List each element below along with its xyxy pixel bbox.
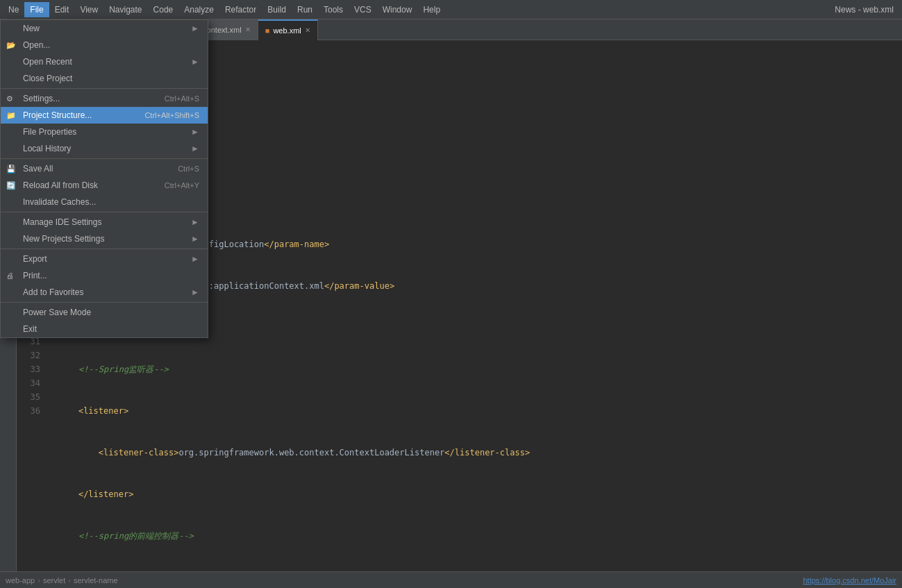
code-line-8: <!--Spring监听器--> <box>56 362 902 376</box>
code-line-12: <!--spring的前端控制器--> <box>56 529 902 543</box>
breadcrumb: web-app › servlet › servlet-name <box>6 576 118 585</box>
add-favorites-arrow-icon: ► <box>191 287 199 297</box>
run-menu-button[interactable]: Run <box>292 2 318 17</box>
vcs-menu-button[interactable]: VCS <box>349 2 377 17</box>
breadcrumb-servlet-name[interactable]: servlet-name <box>74 576 118 585</box>
code-menu-button[interactable]: Code <box>148 2 179 17</box>
menu-item-close-project[interactable]: Close Project <box>1 70 208 87</box>
menu-sep-3 <box>1 212 208 212</box>
help-menu-button[interactable]: Help <box>417 2 446 17</box>
file-dropdown-menu: New ► 📂 Open... Open Recent ► Close Proj… <box>0 19 208 338</box>
save-all-shortcut: Ctrl+S <box>178 165 199 173</box>
menu-sep-2 <box>1 158 208 159</box>
local-history-arrow-icon: ► <box>191 144 199 153</box>
print-icon: 🖨 <box>6 271 14 280</box>
menu-local-history-label: Local History <box>23 144 71 153</box>
project-structure-shortcut: Ctrl+Alt+Shift+S <box>144 111 199 119</box>
tab-web-xml-close[interactable]: ✕ <box>305 26 310 34</box>
menu-add-favorites-label: Add to Favorites <box>23 287 83 297</box>
menu-item-reload-disk[interactable]: 🔄 Reload All from Disk Ctrl+Alt+Y <box>1 177 208 194</box>
new-projects-arrow-icon: ► <box>191 234 199 244</box>
menu-print-label: Print... <box>23 271 47 280</box>
window-title: News - web.xml <box>835 5 899 15</box>
menu-item-print[interactable]: 🖨 Print... <box>1 267 208 284</box>
breadcrumb-sep-1: › <box>37 576 40 585</box>
menu-invalidate-caches-label: Invalidate Caches... <box>23 197 96 207</box>
breadcrumb-sep-2: › <box>68 576 71 585</box>
menu-file-properties-label: File Properties <box>23 127 76 137</box>
menu-item-open[interactable]: 📂 Open... <box>1 37 208 53</box>
menu-item-new[interactable]: New ► <box>1 20 208 37</box>
tab-web-xml-label: web.xml <box>273 26 301 35</box>
file-dropdown-overlay: New ► 📂 Open... Open Recent ► Close Proj… <box>0 19 208 338</box>
csdn-url[interactable]: https://blog.csdn.net/MoJair <box>803 576 896 585</box>
export-arrow-icon: ► <box>191 254 199 264</box>
project-structure-icon: 📁 <box>6 111 16 120</box>
menu-manage-ide-label: Manage IDE Settings <box>23 217 101 227</box>
menu-project-structure-label: Project Structure... <box>23 110 92 120</box>
settings-icon: ⚙ <box>6 94 13 103</box>
menu-bar: Ne File Edit View Navigate Code Analyze … <box>0 0 902 19</box>
save-icon: 💾 <box>6 165 16 174</box>
build-menu-button[interactable]: Build <box>262 2 292 17</box>
refactor-menu-button[interactable]: Refactor <box>219 2 262 17</box>
new-arrow-icon: ► <box>191 24 199 33</box>
reload-icon: 🔄 <box>6 181 16 190</box>
menu-item-export[interactable]: Export ► <box>1 251 208 267</box>
menu-item-local-history[interactable]: Local History ► <box>1 140 208 157</box>
breadcrumb-webap[interactable]: web-app <box>6 576 35 585</box>
menu-reload-disk-label: Reload All from Disk <box>23 180 98 190</box>
file-menu-button[interactable]: File <box>24 2 49 17</box>
menu-sep-4 <box>1 249 208 249</box>
menu-item-settings[interactable]: ⚙ Settings... Ctrl+Alt+S <box>1 90 208 107</box>
menu-power-save-label: Power Save Mode <box>23 308 91 317</box>
code-line-9: <listener> <box>56 404 902 418</box>
tab-web-xml[interactable]: ■ web.xml ✕ <box>258 19 318 40</box>
tab-app-context-close[interactable]: ✕ <box>245 26 251 33</box>
xml-file-icon-3: ■ <box>265 26 270 35</box>
tools-menu-button[interactable]: Tools <box>318 2 349 17</box>
code-line-11: </listener> <box>56 487 902 501</box>
menu-item-invalidate-caches[interactable]: Invalidate Caches... <box>1 194 208 210</box>
navigate-menu-button[interactable]: Navigate <box>103 2 147 17</box>
menu-item-file-properties[interactable]: File Properties ► <box>1 124 208 140</box>
breadcrumb-servlet[interactable]: servlet <box>43 576 65 585</box>
manage-ide-arrow-icon: ► <box>191 217 199 227</box>
menu-item-power-save[interactable]: Power Save Mode <box>1 304 208 321</box>
menu-item-exit[interactable]: Exit <box>1 321 208 337</box>
menu-open-label: Open... <box>23 40 50 50</box>
menu-item-save-all[interactable]: 💾 Save All Ctrl+S <box>1 160 208 177</box>
settings-shortcut: Ctrl+Alt+S <box>165 94 199 103</box>
menu-sep-5 <box>1 302 208 303</box>
menu-save-all-label: Save All <box>23 164 53 174</box>
window-menu-button[interactable]: Window <box>377 2 418 17</box>
menu-item-add-favorites[interactable]: Add to Favorites ► <box>1 284 208 301</box>
menu-item-manage-ide[interactable]: Manage IDE Settings ► <box>1 214 208 230</box>
new-shortcut-item[interactable]: Ne <box>3 2 24 17</box>
menu-item-project-structure[interactable]: 📁 Project Structure... Ctrl+Alt+Shift+S <box>1 107 208 124</box>
menu-sep-1 <box>1 88 208 89</box>
menu-item-new-projects[interactable]: New Projects Settings ► <box>1 230 208 247</box>
menu-new-projects-label: New Projects Settings <box>23 234 104 244</box>
reload-disk-shortcut: Ctrl+Alt+Y <box>165 181 199 190</box>
code-line-10: <listener-class>org.springframework.web.… <box>56 446 902 460</box>
menu-item-open-recent[interactable]: Open Recent ► <box>1 53 208 70</box>
edit-menu-button[interactable]: Edit <box>49 2 75 17</box>
menu-close-project-label: Close Project <box>23 74 72 83</box>
menu-new-label: New <box>23 24 40 33</box>
status-bar: web-app › servlet › servlet-name https:/… <box>0 571 902 588</box>
open-recent-arrow-icon: ► <box>191 57 199 67</box>
menu-settings-label: Settings... <box>23 94 60 103</box>
menu-open-recent-label: Open Recent <box>23 57 72 67</box>
menu-exit-label: Exit <box>23 324 37 334</box>
analyze-menu-button[interactable]: Analyze <box>178 2 219 17</box>
view-menu-button[interactable]: View <box>74 2 103 17</box>
file-properties-arrow-icon: ► <box>191 127 199 137</box>
menu-export-label: Export <box>23 254 47 264</box>
open-folder-icon: 📂 <box>6 41 16 50</box>
